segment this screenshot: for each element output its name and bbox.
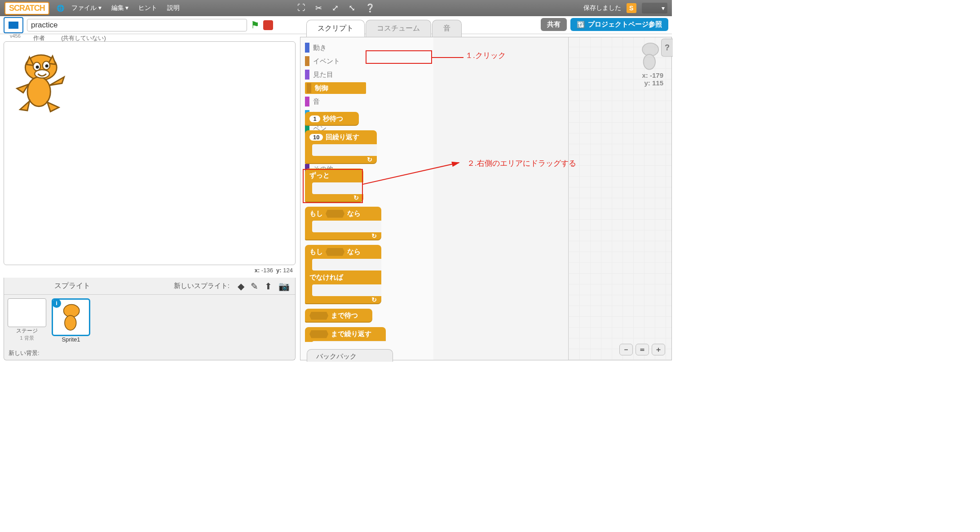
new-sprite-label: 新しいスプライト: (174, 282, 230, 290)
block-if-else[interactable]: もしならでなければ (305, 245, 381, 304)
cat-control[interactable]: 制御 (305, 82, 366, 94)
sprite-item[interactable]: i Sprite1 (52, 298, 90, 343)
stage[interactable] (4, 41, 296, 265)
stage-view-toggle[interactable] (4, 17, 23, 33)
menu-file[interactable]: ファイル ▾ (71, 4, 102, 12)
globe-icon[interactable]: 🌐 (57, 4, 64, 12)
stop-button[interactable] (263, 20, 273, 30)
block-forever[interactable]: ずっと (305, 168, 363, 202)
scissors-icon[interactable]: ✂ (315, 3, 322, 13)
help-drawer-icon[interactable]: ? (661, 39, 673, 57)
paint-sprite-icon[interactable]: ✎ (251, 281, 258, 292)
author-row: 作者 (共有していない) (0, 32, 106, 42)
tab-scripts[interactable]: スクリプト (306, 20, 365, 37)
block-if[interactable]: もしなら (305, 207, 381, 240)
tab-sounds[interactable]: 音 (432, 20, 462, 37)
script-coords: x: -179 y: 115 (642, 71, 663, 87)
info-icon[interactable]: i (52, 299, 61, 308)
block-palette: 1秒待つ 10回繰り返す ずっと もしなら もしならでなければ まで待つ まで繰… (300, 105, 433, 342)
zoom-out-button[interactable]: － (619, 344, 633, 355)
green-flag-icon[interactable]: ⚑ (251, 19, 260, 31)
cat-looks[interactable]: 見た目 (305, 69, 366, 80)
user-avatar-icon[interactable]: S (627, 3, 636, 13)
block-repeat[interactable]: 10回繰り返す (305, 130, 377, 164)
block-wait[interactable]: 1秒待つ (305, 112, 359, 126)
sprites-label: スプライト (54, 281, 90, 291)
svg-point-8 (65, 315, 76, 330)
choose-sprite-icon[interactable]: ◆ (238, 281, 244, 292)
top-menu-bar: SCRATCH 🌐 ファイル ▾ 編集 ▾ ヒント 説明 ⛶ ✂ ⤢ ⤡ ❔ 保… (0, 0, 672, 16)
svg-point-9 (642, 43, 658, 56)
sprite-panel: スプライト 新しいスプライト: ◆ ✎ ⬆ 📷 ステージ 1 背景 i Spri… (4, 278, 296, 360)
stamp-icon[interactable]: ⛶ (297, 3, 305, 13)
svg-point-10 (644, 54, 655, 70)
svg-point-6 (45, 64, 49, 67)
saved-label: 保存しました (583, 4, 621, 12)
camera-sprite-icon[interactable]: 📷 (278, 281, 290, 292)
svg-point-4 (35, 70, 49, 78)
upload-sprite-icon[interactable]: ⬆ (265, 281, 272, 292)
zoom-reset-button[interactable]: ＝ (636, 344, 649, 355)
cat-events[interactable]: イベント (305, 55, 366, 67)
menu-edit[interactable]: 編集 ▾ (111, 4, 129, 12)
scratch-logo[interactable]: SCRATCH (4, 2, 49, 15)
svg-point-7 (64, 305, 79, 317)
block-repeat-until[interactable]: まで繰り返す (305, 327, 386, 342)
project-title-input[interactable] (27, 19, 247, 31)
backpack-tab[interactable]: バックパック (307, 349, 393, 362)
menu-about[interactable]: 説明 (167, 4, 180, 12)
new-backdrop-label: 新しい背景: (4, 346, 295, 360)
editor-tabs: スクリプト コスチューム 音 (300, 19, 672, 37)
user-menu[interactable] (642, 3, 667, 13)
script-area[interactable]: x: -179 y: 115 － ＝ ＋ (568, 37, 671, 360)
svg-point-5 (36, 66, 39, 69)
stage-coords: x: -136 y: 124 (4, 265, 296, 275)
help-icon[interactable]: ❔ (365, 3, 375, 13)
shrink-icon[interactable]: ⤡ (349, 3, 355, 13)
block-wait-until[interactable]: まで待つ (305, 309, 372, 323)
menu-hint[interactable]: ヒント (138, 4, 157, 12)
sprite-on-stage[interactable] (13, 51, 67, 114)
stage-thumb[interactable]: ステージ 1 背景 (8, 298, 46, 341)
cat-motion[interactable]: 動き (305, 42, 366, 53)
zoom-in-button[interactable]: ＋ (652, 344, 665, 355)
sprite-thumb-icon (636, 41, 663, 68)
grow-icon[interactable]: ⤢ (332, 3, 339, 13)
tab-costumes[interactable]: コスチューム (366, 20, 431, 37)
